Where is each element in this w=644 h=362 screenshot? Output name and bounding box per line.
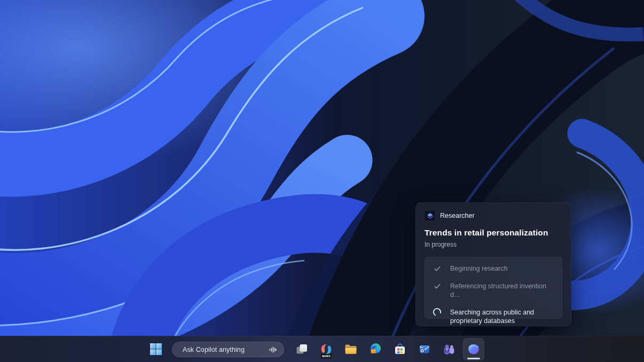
copilot-search-placeholder: Ask Copilot anything: [183, 346, 269, 353]
m365-copilot-app-button[interactable]: M365: [316, 338, 337, 360]
voice-waveform-icon[interactable]: [269, 345, 277, 354]
research-steps-card: Beginning research Referencing structure…: [425, 257, 562, 319]
start-button[interactable]: [145, 339, 167, 360]
check-icon: [433, 281, 442, 290]
research-step-1: Beginning research: [433, 264, 555, 273]
research-status: In progress: [425, 241, 562, 248]
step-label: Searching across public and proprietary …: [450, 308, 555, 325]
task-view-icon: [295, 343, 308, 356]
outlook-icon: [418, 342, 431, 356]
spinner-icon: [433, 308, 442, 317]
step-label: Referencing structured invention d…: [450, 282, 555, 299]
check-icon: [433, 264, 442, 273]
outlook-button[interactable]: [414, 338, 435, 360]
edge-icon: [368, 342, 382, 356]
file-explorer-button[interactable]: [340, 338, 362, 360]
edge-browser-button[interactable]: [365, 338, 386, 360]
taskbar: Ask Copilot anything: [0, 336, 644, 362]
teams-letter: T: [446, 348, 448, 352]
research-step-2: Referencing structured invention d…: [433, 282, 555, 299]
copilot-search-box[interactable]: Ask Copilot anything: [172, 342, 284, 357]
teams-button[interactable]: T: [438, 338, 460, 360]
research-task-title: Trends in retail personalization: [425, 228, 562, 238]
copilot-icon: [467, 342, 481, 356]
researcher-header: Researcher: [425, 210, 562, 221]
microsoft-store-icon: [393, 342, 407, 356]
taskbar-app-icons: M365: [291, 338, 484, 360]
step-label: Beginning research: [450, 264, 508, 273]
file-explorer-icon: [344, 342, 358, 356]
research-step-3: Searching across public and proprietary …: [433, 308, 555, 325]
teams-icon: T: [442, 342, 456, 356]
researcher-app-name: Researcher: [440, 212, 475, 219]
task-view-button[interactable]: [291, 338, 312, 360]
researcher-agent-icon: [425, 210, 435, 221]
windows-logo-icon: [149, 342, 163, 356]
m365-badge: M365: [321, 354, 332, 358]
researcher-flyout[interactable]: Researcher Trends in retail personalizat…: [415, 202, 571, 326]
microsoft-store-button[interactable]: [389, 338, 411, 360]
copilot-app-button[interactable]: [463, 338, 484, 360]
desktop: Researcher Trends in retail personalizat…: [0, 0, 644, 362]
active-app-indicator: [467, 358, 480, 359]
